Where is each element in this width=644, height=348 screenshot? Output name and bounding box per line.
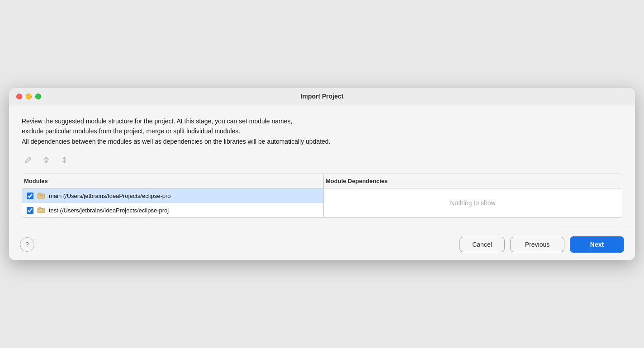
panels-container: Modules main ( bbox=[22, 174, 622, 218]
minimize-button[interactable] bbox=[26, 94, 32, 99]
edit-button[interactable] bbox=[22, 154, 34, 166]
module-test-label: test (/Users/jetbrains/IdeaProjects/ecli… bbox=[49, 207, 169, 214]
footer-left: ? bbox=[20, 237, 34, 252]
maximize-button[interactable] bbox=[35, 94, 41, 99]
dependencies-panel: Module Dependencies Nothing to show bbox=[324, 174, 622, 218]
close-button[interactable] bbox=[16, 94, 22, 99]
split-button[interactable] bbox=[58, 154, 71, 166]
module-folder-icon-test bbox=[37, 207, 45, 214]
svg-rect-1 bbox=[38, 193, 41, 194]
title-bar: Import Project bbox=[9, 88, 635, 105]
import-project-window: Import Project Review the suggested modu… bbox=[9, 88, 635, 260]
modules-list: main (/Users/jetbrains/IdeaProjects/ecli… bbox=[22, 188, 323, 217]
modules-panel: Modules main ( bbox=[22, 174, 324, 218]
dependencies-header: Module Dependencies bbox=[324, 174, 622, 188]
module-item-test[interactable]: test (/Users/jetbrains/IdeaProjects/ecli… bbox=[22, 203, 323, 217]
cancel-button[interactable]: Cancel bbox=[459, 237, 505, 252]
module-main-checkbox[interactable] bbox=[27, 193, 33, 199]
main-content: Review the suggested module structure fo… bbox=[9, 105, 635, 229]
description-line1: Review the suggested module structure fo… bbox=[22, 118, 292, 125]
modules-header: Modules bbox=[22, 174, 323, 188]
footer: ? Cancel Previous Next bbox=[9, 229, 635, 260]
previous-button[interactable]: Previous bbox=[510, 237, 564, 252]
traffic-lights bbox=[16, 94, 41, 99]
modules-toolbar bbox=[22, 154, 622, 166]
footer-right: Cancel Previous Next bbox=[459, 236, 624, 253]
window-title: Import Project bbox=[301, 93, 344, 100]
description-line2: exclude particular modules from the proj… bbox=[22, 127, 240, 135]
merge-button[interactable] bbox=[40, 154, 52, 166]
next-button[interactable]: Next bbox=[570, 236, 624, 253]
module-main-label: main (/Users/jetbrains/IdeaProjects/ecli… bbox=[49, 193, 171, 199]
module-test-checkbox[interactable] bbox=[27, 207, 33, 214]
description-line3: All dependencies between the modules as … bbox=[22, 138, 331, 145]
module-item-main[interactable]: main (/Users/jetbrains/IdeaProjects/ecli… bbox=[22, 188, 323, 203]
description-text: Review the suggested module structure fo… bbox=[22, 116, 622, 146]
module-folder-icon-main bbox=[37, 192, 45, 199]
svg-rect-4 bbox=[38, 207, 41, 209]
help-button[interactable]: ? bbox=[20, 237, 34, 252]
nothing-to-show: Nothing to show bbox=[324, 188, 622, 217]
